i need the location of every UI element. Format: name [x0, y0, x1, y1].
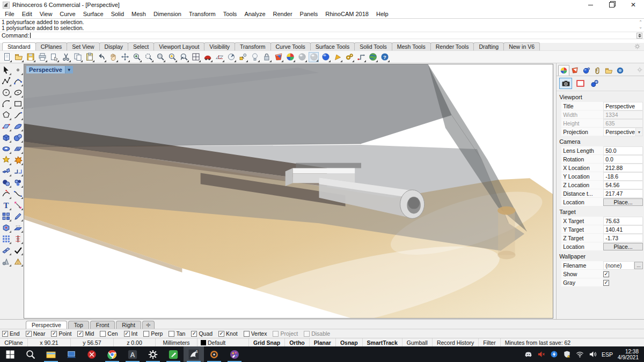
pen-edit-icon[interactable]	[13, 211, 23, 221]
checkbox-near[interactable]: ✓	[26, 331, 32, 337]
surface-bend-icon[interactable]	[13, 121, 23, 131]
menu-render[interactable]: Render	[269, 11, 296, 17]
taskbar-paint-app-icon[interactable]	[224, 346, 245, 362]
boolean-union-icon[interactable]	[1, 155, 11, 165]
toolbar-tab-drafting[interactable]: Drafting	[473, 42, 504, 50]
taskbar-cad-red-app-icon[interactable]	[82, 346, 102, 362]
viewport-tab-front[interactable]: Front	[90, 321, 115, 329]
zoom-in-icon[interactable]	[131, 52, 142, 62]
rotate-view-icon[interactable]	[120, 52, 130, 62]
osnap-point[interactable]: ✓Point	[51, 330, 71, 337]
language-indicator[interactable]: ESP	[602, 351, 613, 358]
command-prompt[interactable]: Command:	[0, 32, 644, 39]
sphere-icon[interactable]	[13, 132, 23, 143]
status-toggle-smarttrack[interactable]: SmartTrack	[363, 338, 402, 346]
toolbar-tab-surface-tools[interactable]: Surface Tools	[310, 42, 355, 50]
menu-curve[interactable]: Curve	[56, 11, 79, 17]
boolean-intersection-icon[interactable]	[13, 178, 23, 188]
single-point-icon[interactable]	[13, 65, 23, 75]
explode-icon[interactable]	[13, 155, 23, 165]
taskbar-rhino-6-icon[interactable]: 6	[184, 346, 204, 362]
panel-subtab-viewport-camera[interactable]	[559, 78, 572, 89]
panel-subtab-display-mode[interactable]	[574, 78, 587, 89]
property-value-y-target[interactable]: 140.41	[603, 225, 643, 234]
status-y-56-57[interactable]: y 56.57	[71, 338, 114, 346]
menu-surface[interactable]: Surface	[79, 11, 107, 17]
command-scrollbar[interactable]: ⌃⌄	[639, 20, 642, 29]
toolbar-tab-cplanes[interactable]: CPlanes	[35, 42, 68, 50]
tray-wifi-icon[interactable]	[576, 350, 584, 358]
panel-subtab-lights[interactable]	[588, 78, 601, 89]
minimize-button[interactable]	[580, 0, 601, 10]
surface-patch-icon[interactable]	[13, 144, 23, 154]
osnap-near[interactable]: ✓Near	[26, 330, 46, 337]
help-icon[interactable]: ?	[379, 52, 390, 62]
osnap-perp[interactable]: Perp	[143, 330, 163, 337]
restore-button[interactable]	[601, 0, 623, 10]
chamfer-edge-icon[interactable]	[13, 166, 23, 176]
viewport-tab-top[interactable]: Top	[68, 321, 89, 329]
fillet-edge-icon[interactable]	[1, 166, 11, 176]
osnap-vertex[interactable]: Vertex	[244, 330, 267, 337]
status-cplane[interactable]: CPlane	[0, 338, 28, 346]
toolbar-tab-standard[interactable]: Standard	[2, 42, 36, 50]
browse-button[interactable]: ...	[634, 262, 643, 269]
tray-bolt-app-icon[interactable]	[550, 350, 558, 358]
panel-tab-attach[interactable]	[592, 65, 603, 76]
cone-solids-icon[interactable]	[1, 256, 11, 267]
toolbar-tab-new-in-v6[interactable]: New in V6	[503, 42, 540, 50]
shaded-display-icon[interactable]	[297, 52, 307, 62]
zoom-dynamic-icon[interactable]	[143, 52, 153, 62]
status-toggle-grid-snap[interactable]: Grid Snap	[249, 338, 285, 346]
panel-tab-materials[interactable]	[581, 65, 592, 76]
status-toggle-planar[interactable]: Planar	[310, 338, 336, 346]
taskbar-clock[interactable]: 12:38 4/9/2021	[618, 349, 639, 360]
chevron-down-icon[interactable]: ▼	[65, 66, 73, 73]
menu-mesh[interactable]: Mesh	[128, 11, 150, 17]
ghosted-display-icon[interactable]	[309, 52, 319, 62]
arc-icon[interactable]	[1, 99, 11, 109]
property-value-distance-t[interactable]: 217.47	[603, 189, 643, 198]
circle-icon[interactable]	[1, 87, 11, 98]
osnap-quad[interactable]: ✓Quad	[191, 330, 213, 337]
array-grid-icon[interactable]	[1, 234, 11, 244]
toolbar-tab-viewport-layout[interactable]: Viewport Layout	[153, 42, 204, 50]
menu-edit[interactable]: Edit	[18, 11, 36, 17]
zoom-previous-icon[interactable]	[179, 52, 189, 62]
open-file-icon[interactable]	[13, 52, 24, 62]
toolbar-tab-mesh-tools[interactable]: Mesh Tools	[392, 42, 431, 50]
menu-panels[interactable]: Panels	[296, 11, 322, 17]
drag-mode-icon[interactable]	[13, 200, 23, 210]
viewport-title-dropdown[interactable]: Perspective ▼	[26, 66, 73, 73]
new-file-icon[interactable]	[2, 52, 12, 62]
array-surface-icon[interactable]	[13, 223, 23, 233]
menu-help[interactable]: Help	[372, 11, 392, 17]
property-dropdown-projection[interactable]: Perspective▼	[603, 128, 643, 136]
panel-tab-display[interactable]	[569, 65, 581, 76]
menu-rhinocam-2018[interactable]: RhinoCAM 2018	[321, 11, 372, 17]
tray-volume-icon[interactable]	[589, 350, 597, 358]
status-toggle-osnap[interactable]: Osnap	[336, 338, 363, 346]
torus-icon[interactable]	[1, 144, 11, 154]
property-value-x-location[interactable]: 212.88	[603, 164, 643, 172]
checkbox-disable[interactable]	[304, 331, 310, 337]
cone-marker-icon[interactable]	[332, 52, 342, 62]
menu-view[interactable]: View	[36, 11, 56, 17]
pyramid-icon[interactable]	[13, 256, 23, 267]
viewport-layout-icon[interactable]	[191, 52, 201, 62]
taskbar-search-icon[interactable]	[20, 346, 41, 362]
place-button[interactable]: Place...	[603, 198, 643, 206]
osnap-int[interactable]: ✓Int	[124, 330, 138, 337]
taskbar-recorder-orange-app-icon[interactable]	[204, 346, 224, 362]
checkbox-gray[interactable]: ✓	[603, 280, 609, 286]
undo-icon[interactable]	[96, 52, 106, 62]
checkbox-cen[interactable]	[100, 331, 106, 337]
toolbar-tab-set-view[interactable]: Set View	[67, 42, 99, 50]
set-view-circle-icon[interactable]	[226, 52, 236, 62]
text-object-icon[interactable]: T	[1, 200, 11, 210]
lock-objects-icon[interactable]	[261, 52, 272, 62]
solid-edit-icon[interactable]	[1, 223, 11, 233]
status-z-0-00[interactable]: z 0.00	[114, 338, 156, 346]
tray-volume-muted-icon[interactable]	[537, 350, 545, 358]
curve-blend-icon[interactable]	[13, 110, 23, 120]
